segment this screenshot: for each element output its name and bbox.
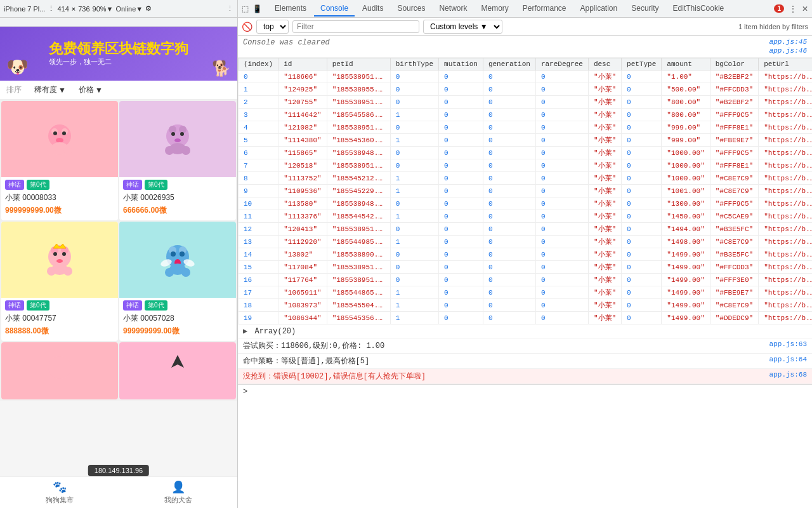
- table-cell: "小莱": [588, 96, 621, 109]
- sort-price[interactable]: 价格 ▼: [79, 84, 103, 95]
- nav-kennel[interactable]: 👤 我的犬舍: [164, 480, 192, 505]
- svg-point-13: [180, 132, 184, 136]
- more-icon[interactable]: ⋮: [226, 4, 233, 13]
- device-zoom[interactable]: 90%▼: [93, 5, 114, 13]
- col-index: (index): [239, 58, 278, 70]
- table-cell: 0: [535, 274, 588, 286]
- nav-market[interactable]: 🐾 狗狗集市: [46, 480, 74, 505]
- table-cell: "https://b...": [759, 147, 812, 159]
- scrollbar-row[interactable]: [0, 18, 237, 27]
- tab-editthiscookie[interactable]: EditThisCookie: [667, 1, 731, 17]
- expand-icon: ▶: [243, 327, 247, 336]
- device-toggle-icon[interactable]: 📱: [252, 4, 262, 13]
- table-cell: "1000.00": [662, 147, 710, 159]
- line-ref-cleared2[interactable]: app.js:46: [769, 47, 807, 55]
- inspect-icon[interactable]: ⬚: [242, 4, 249, 13]
- table-cell: "#FFCDD3": [710, 261, 758, 274]
- table-cell: 0: [390, 121, 438, 134]
- tab-console[interactable]: Console: [314, 1, 355, 17]
- table-cell: 14: [239, 248, 278, 261]
- table-cell: "117764": [278, 274, 327, 286]
- settings-icon: ⚙: [145, 4, 152, 13]
- console-body[interactable]: Console was cleared app.js:45 app.js:46 …: [238, 36, 812, 508]
- prompt-input[interactable]: [250, 387, 807, 396]
- table-cell: "1114642": [278, 109, 327, 121]
- pet-card[interactable]: [1, 342, 118, 399]
- console-prompt[interactable]: >: [238, 384, 812, 399]
- table-cell: 0: [622, 223, 662, 236]
- table-cell: 0: [622, 96, 662, 109]
- table-cell: 7: [239, 159, 278, 172]
- col-mutation: mutation: [439, 58, 483, 70]
- device-name[interactable]: iPhone 7 Pl...: [4, 5, 45, 13]
- console-cleared-message: Console was cleared app.js:45 app.js:46: [238, 36, 812, 58]
- tab-security[interactable]: Security: [625, 1, 665, 17]
- table-cell: "https://b...": [759, 223, 812, 236]
- filter-input[interactable]: [292, 20, 419, 33]
- close-devtools-icon[interactable]: ✕: [802, 4, 808, 13]
- line-ref-cleared[interactable]: app.js:45: [769, 38, 807, 46]
- pet-card[interactable]: 神话 第0代 小莱 00008033 999999999.00微: [1, 101, 118, 220]
- log-line-3: 没抢到：错误码[10002],错误信息[有人抢先下单啦] app.js:68: [238, 369, 812, 384]
- tab-application[interactable]: Application: [574, 1, 624, 17]
- table-cell: 0: [535, 248, 588, 261]
- table-cell: 0: [622, 109, 662, 121]
- pet-card[interactable]: [119, 342, 236, 399]
- table-cell: "#FFCDD3": [710, 83, 758, 96]
- table-cell: "185538951...": [327, 121, 390, 134]
- table-cell: 1: [390, 172, 438, 185]
- svg-point-27: [63, 267, 72, 276]
- table-cell: "小莱": [588, 172, 621, 185]
- table-cell: "小莱": [588, 248, 621, 261]
- pet-price: 888888.00微: [1, 325, 118, 337]
- pet-svg-6: [152, 345, 203, 396]
- table-cell: 0: [439, 83, 483, 96]
- table-cell: 0: [622, 210, 662, 223]
- context-selector[interactable]: top: [256, 20, 289, 34]
- array-row[interactable]: ▶ Array(20): [238, 324, 812, 338]
- tab-performance[interactable]: Performance: [516, 1, 573, 17]
- table-cell: "185538948...": [327, 147, 390, 159]
- table-cell: 0: [439, 274, 483, 286]
- prompt-arrow-icon: >: [243, 387, 247, 396]
- table-cell: 0: [483, 70, 535, 83]
- error-badge: 1: [774, 4, 784, 13]
- left-panel: iPhone 7 Pl... ⋮ 414 × 736 90%▼ Online▼ …: [0, 0, 238, 508]
- table-cell: "800.00": [662, 109, 710, 121]
- table-cell: "500.00": [662, 83, 710, 96]
- table-cell: 1: [390, 109, 438, 121]
- log-ref-3[interactable]: app.js:68: [769, 371, 807, 382]
- tab-sources[interactable]: Sources: [391, 1, 431, 17]
- table-body: 0"118606""185538951..."0000"小莱"0"1.00""#…: [239, 70, 813, 324]
- table-cell: "#C8E7C9": [710, 236, 758, 248]
- log-ref-2[interactable]: app.js:64: [769, 356, 807, 366]
- device-online[interactable]: Online▼: [116, 5, 143, 13]
- sort-rarity[interactable]: 稀有度 ▼: [34, 84, 66, 95]
- pet-card[interactable]: 神话 第0代 小莱 00057028 999999999.00微: [119, 222, 236, 341]
- table-cell: 0: [622, 147, 662, 159]
- pet-card[interactable]: 神话 第0代 小莱 00026935 666666.00微: [119, 101, 236, 220]
- table-cell: "1498.00": [662, 236, 710, 248]
- more-devtools-icon[interactable]: ⋮: [789, 4, 797, 13]
- table-cell: "1494.00": [662, 223, 710, 236]
- tab-elements[interactable]: Elements: [268, 1, 313, 17]
- svg-point-12: [171, 132, 175, 136]
- table-cell: 0: [239, 70, 278, 83]
- table-cell: "1083973": [278, 299, 327, 312]
- table-row: 14"13802""185538890..."0000"小莱"0"1499.00…: [239, 248, 813, 261]
- svg-point-8: [63, 146, 72, 155]
- tab-memory[interactable]: Memory: [475, 1, 514, 17]
- user-icon: 👤: [171, 480, 185, 494]
- clear-console-icon[interactable]: 🚫: [242, 22, 252, 32]
- table-row: 5"1114380""185545360..."1000"小莱"0"999.00…: [239, 134, 813, 147]
- level-selector[interactable]: Custom levels ▼: [423, 20, 502, 34]
- log-ref-1[interactable]: app.js:63: [769, 340, 807, 351]
- table-cell: "小莱": [588, 197, 621, 210]
- table-row: 16"117764""185538951..."0000"小莱"0"1499.0…: [239, 274, 813, 286]
- col-id: id: [278, 58, 327, 70]
- svg-point-17: [181, 146, 190, 155]
- tab-audits[interactable]: Audits: [356, 1, 390, 17]
- tab-network[interactable]: Network: [433, 1, 473, 17]
- pet-card[interactable]: 神话 第0代 小莱 00047757 888888.00微: [1, 222, 118, 341]
- table-cell: "185538951...": [327, 274, 390, 286]
